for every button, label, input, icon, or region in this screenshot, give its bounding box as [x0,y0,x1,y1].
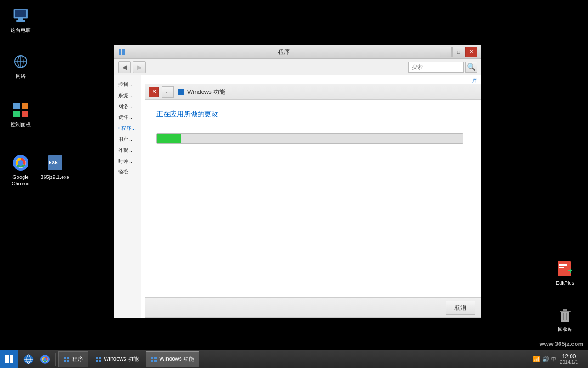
tray-time: 12:00 [560,353,578,360]
sidebar-item-external[interactable]: 外观... [116,145,139,156]
tray-network-icon[interactable]: 📶 [533,356,540,362]
features-close-button[interactable]: ✕ [149,87,159,97]
back-button[interactable]: ◀ [118,61,131,73]
editplus-icon [556,259,574,278]
cancel-button[interactable]: 取消 [446,301,475,315]
svg-rect-31 [119,52,121,55]
forward-button[interactable]: ▶ [133,61,146,73]
svg-rect-2 [18,18,23,20]
applying-changes-text: 正在应用所做的更改 [156,110,469,119]
sidebar-item-time[interactable]: 时钟... [116,156,139,167]
svg-rect-35 [178,92,181,95]
windows-start-icon [5,355,13,363]
svg-rect-11 [22,111,28,117]
svg-rect-33 [178,89,181,92]
dialog-spacer [156,153,469,287]
sidebar-item-network[interactable]: 网络... [116,101,139,112]
watermark: www.365jz.com [539,340,583,347]
progress-bar-container [156,133,463,144]
desktop-icon-editplus[interactable]: EditPlus [549,258,581,288]
svg-rect-25 [563,309,567,310]
svg-rect-29 [119,49,121,52]
svg-point-44 [44,357,47,361]
maximize-button[interactable]: □ [452,47,464,57]
ie-icon [23,354,34,365]
svg-rect-54 [154,356,157,359]
features-dialog-title: Windows 功能 [187,88,225,96]
search-button[interactable]: 🔍 [465,62,477,73]
progress-bar-fill [157,134,181,143]
taskbar-separator [55,353,56,366]
nav-bar: ◀ ▶ 🔍 [114,59,481,75]
svg-rect-34 [181,89,184,92]
tray-icons: 📶 🔊 中 [533,356,556,362]
window-body: 控制... 系统... 网络... 硬件... • 程序... 用户... 外观… [114,75,481,318]
svg-rect-48 [67,360,69,362]
sidebar-item-control[interactable]: 控制... [116,79,139,90]
svg-rect-1 [15,10,26,17]
desktop-icon-chrome[interactable]: Google Chrome [5,152,37,189]
features-dialog-footer: 取消 [145,297,481,317]
taskbar-ie-icon[interactable] [20,351,37,368]
features-icon [177,88,185,96]
svg-rect-32 [122,52,125,55]
sidebar-item-system[interactable]: 系统... [116,90,139,101]
left-sidebar: 控制... 系统... 网络... 硬件... • 程序... 用户... 外观… [114,75,141,318]
chrome-icon [11,154,30,172]
features-dialog-header: ✕ ← Windows 功能 [145,84,481,100]
desktop-icon-control-panel[interactable]: 控制面板 [5,99,37,129]
tray-clock[interactable]: 12:00 2014/1/1 [560,353,578,365]
recycle-bin-label: 回收站 [558,326,573,332]
programs-window-icon [118,48,125,56]
right-link[interactable]: 序 [472,77,477,84]
desktop-icon-recycle-bin[interactable]: 回收站 [549,304,581,334]
sidebar-item-program[interactable]: • 程序... [116,123,139,134]
search-input[interactable] [408,62,464,73]
close-button[interactable]: ✕ [465,47,477,57]
taskbar-winfeature1-button[interactable]: Windows 功能 [90,351,144,367]
svg-rect-36 [181,92,184,95]
program-btn-label: 程序 [72,355,83,363]
chrome-label: Google Chrome [11,174,29,187]
winfeature2-btn-label: Windows 功能 [159,355,194,363]
programs-window-title: 程序 [128,48,440,56]
minimize-button[interactable]: ─ [440,47,452,57]
taskbar-chrome-icon-svg [40,354,50,364]
svg-rect-45 [64,356,66,359]
svg-rect-10 [13,111,20,117]
this-pc-label: 这台电脑 [11,27,31,33]
sidebar-item-user[interactable]: 用户... [116,134,139,145]
control-panel-label: 控制面板 [11,121,31,127]
sidebar-item-hardware[interactable]: 硬件... [116,112,139,123]
taskbar-program-button[interactable]: 程序 [58,351,88,367]
main-content: 序 ✕ ← Windows 功能 [141,75,481,318]
editplus-label: EditPlus [556,280,574,286]
365jz-icon: EXE [46,154,64,172]
programs-titlebar: 程序 ─ □ ✕ [114,45,481,59]
programs-window: 程序 ─ □ ✕ ◀ ▶ 🔍 控制... 系统... 网络... 硬件... •… [114,45,481,318]
svg-rect-8 [13,103,20,109]
taskbar-chrome-icon[interactable] [37,351,53,368]
tray-lang-icon[interactable]: 中 [551,356,556,362]
show-desktop-button[interactable] [582,351,584,367]
svg-rect-51 [96,360,98,362]
recycle-bin-icon [556,305,574,324]
taskbar-winfeature2-button[interactable]: Windows 功能 [146,351,199,367]
sidebar-item-easy[interactable]: 轻松... [116,167,139,178]
start-button[interactable] [0,350,18,368]
tray-date: 2014/1/1 [560,360,578,365]
tray-sound-icon[interactable]: 🔊 [542,356,549,362]
svg-rect-9 [22,103,28,109]
365jz-label: 365jz9.1.exe [40,174,69,180]
network-label: 网络 [16,73,26,79]
desktop-icon-365jz[interactable]: EXE 365jz9.1.exe [38,152,72,182]
svg-rect-53 [151,356,153,359]
svg-rect-30 [122,49,125,52]
svg-rect-50 [99,356,101,359]
svg-rect-17 [558,261,571,276]
svg-rect-46 [67,356,69,359]
desktop-icon-network[interactable]: 网络 [5,51,37,81]
this-pc-icon [11,6,30,25]
desktop-icon-this-pc[interactable]: 这台电脑 [5,5,37,35]
features-back-button[interactable]: ← [162,86,174,98]
